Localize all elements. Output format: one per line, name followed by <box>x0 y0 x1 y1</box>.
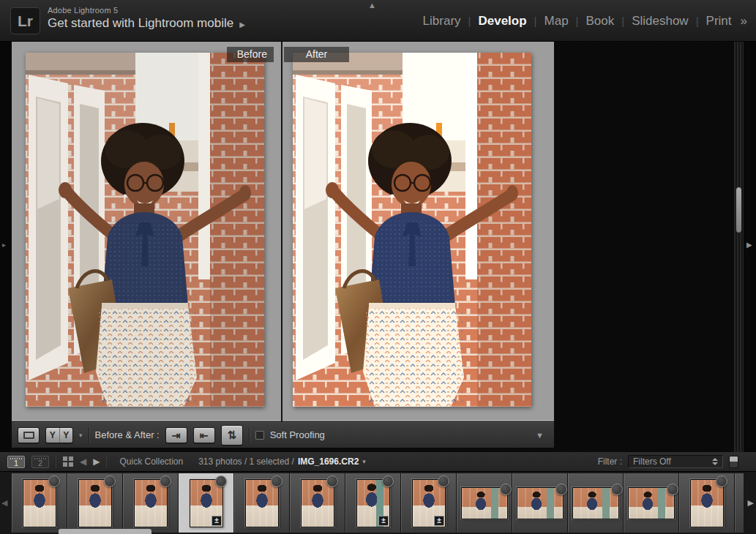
filmstrip-thumbnail[interactable] <box>23 479 56 527</box>
loupe-icon <box>23 432 34 439</box>
filmstrip-thumbnail[interactable] <box>461 487 508 519</box>
filmstrip-cell[interactable] <box>123 473 179 533</box>
left-panel-expand-icon[interactable]: ▸ <box>2 241 6 249</box>
filmstrip-cell[interactable] <box>624 473 679 533</box>
module-develop[interactable]: Develop <box>471 14 534 29</box>
filmstrip-cell[interactable] <box>67 473 123 533</box>
adjustment-badge: ± <box>212 516 222 526</box>
grid-view-icon[interactable] <box>63 456 73 467</box>
lightroom-logo: Lr <box>10 7 40 34</box>
adjustment-badge: ± <box>378 516 389 526</box>
more-modules-icon[interactable]: » <box>739 14 747 29</box>
go-back-icon[interactable]: ◀ <box>80 456 86 467</box>
filter-spinner-icon <box>712 458 718 465</box>
go-forward-icon[interactable]: ▶ <box>93 456 100 467</box>
filmstrip-thumbnail[interactable]: ± <box>412 479 446 527</box>
toolbar-separator <box>249 428 250 443</box>
lightroom-app: Lr Adobe Lightroom 5 Get started with Li… <box>0 0 756 534</box>
filmstrip-thumbnail[interactable]: ± <box>190 479 223 527</box>
filmstrip-cell[interactable]: ± <box>345 473 401 533</box>
quick-collection-badge[interactable] <box>48 475 60 487</box>
module-book[interactable]: Book <box>579 14 622 29</box>
title-bar: Lr Adobe Lightroom 5 Get started with Li… <box>0 0 756 42</box>
filmstrip-thumbnail[interactable] <box>78 479 112 527</box>
filmstrip-source-menu[interactable]: 313 photos / 1 selected / IMG_1696.CR2 ▾ <box>198 456 366 467</box>
soft-proofing-checkbox[interactable] <box>255 431 264 440</box>
source-dropdown-icon: ▾ <box>362 458 366 465</box>
filmstrip-scroll-right-icon[interactable]: ▶ <box>748 498 754 508</box>
quick-collection-badge[interactable] <box>215 475 227 487</box>
app-name: Adobe Lightroom 5 <box>48 6 245 15</box>
quick-collection-badge[interactable] <box>716 475 727 487</box>
filmstrip-scrollbar[interactable] <box>59 529 151 534</box>
filmstrip-thumbnail[interactable] <box>690 479 724 527</box>
before-after-view-button[interactable]: Y Y <box>45 427 73 443</box>
identity-plate[interactable]: Adobe Lightroom 5 Get started with Light… <box>48 6 245 31</box>
copy-before-to-after-button[interactable]: ⇥ <box>165 427 187 443</box>
promo-text[interactable]: Get started with Lightroom mobile▶ <box>48 16 245 31</box>
yy-right: Y <box>60 428 73 443</box>
filmstrip-cell[interactable] <box>568 473 624 533</box>
filmstrip-cell[interactable] <box>234 473 290 533</box>
quick-collection-badge[interactable] <box>271 475 282 487</box>
loupe-view-button[interactable] <box>18 427 40 443</box>
filmstrip-cell[interactable]: ± <box>735 473 744 533</box>
filter-lock-toggle[interactable] <box>729 456 738 468</box>
soft-proofing-label: Soft Proofing <box>270 429 325 440</box>
filmstrip-thumbnail[interactable] <box>134 479 168 527</box>
toolbar-overflow-icon[interactable]: ▼ <box>536 431 548 440</box>
filmstrip-cell[interactable] <box>290 473 345 533</box>
after-photo[interactable] <box>293 53 531 407</box>
module-library[interactable]: Library <box>416 14 468 29</box>
filmstrip-scroll-left-icon[interactable]: ◀ <box>1 498 7 508</box>
before-after-divider <box>281 42 282 421</box>
primary-window-button[interactable]: 1 <box>7 456 25 468</box>
filmstrip-cell[interactable] <box>457 473 512 533</box>
filmstrip-cell[interactable] <box>12 473 67 533</box>
filmstrip: ◀ ▶ ±±±± <box>0 472 756 534</box>
before-photo[interactable] <box>26 53 264 407</box>
filter-dropdown[interactable]: Filters Off <box>628 455 723 468</box>
filmstrip-thumbnail[interactable] <box>572 487 619 519</box>
filmstrip-thumbnail[interactable] <box>628 487 675 519</box>
quick-collection-badge[interactable] <box>438 475 449 487</box>
module-print[interactable]: Print <box>699 14 739 29</box>
quick-collection-badge[interactable] <box>160 475 171 487</box>
copy-after-to-before-button[interactable]: ⇤ <box>193 427 215 443</box>
quick-collection-label: Quick Collection <box>119 456 183 467</box>
filmstrip-cell[interactable] <box>512 473 568 533</box>
quick-collection-badge[interactable] <box>326 475 338 487</box>
panel-scrollbar-track[interactable] <box>734 42 744 452</box>
filmstrip-cell[interactable]: ± <box>401 473 457 533</box>
module-slideshow[interactable]: Slideshow <box>624 14 696 29</box>
quick-collection-badge[interactable] <box>667 484 678 495</box>
quick-collection-badge[interactable] <box>555 484 567 495</box>
left-panel-rail[interactable]: ▸ <box>0 42 10 452</box>
right-panel: Histogram ▼ <box>558 42 733 452</box>
view-mode-dropdown-icon[interactable]: ▾ <box>79 432 83 439</box>
bar-separator <box>56 456 56 467</box>
filmstrip-thumbnail[interactable]: ± <box>356 479 390 527</box>
filmstrip-thumbnail[interactable] <box>301 479 334 527</box>
main-region: ▸ Before After Y Y ▾ <box>0 42 756 452</box>
filmstrip-cell[interactable] <box>679 473 735 533</box>
before-after-label: Before & After : <box>95 429 160 440</box>
module-map[interactable]: Map <box>537 14 576 29</box>
right-panel-collapse-icon[interactable]: ▶ <box>746 241 752 249</box>
filmstrip-cell[interactable]: ± <box>179 473 234 533</box>
quick-collection-badge[interactable] <box>611 484 623 495</box>
quick-collection-badge[interactable] <box>382 475 394 487</box>
viewer-area: Before After Y Y ▾ Before & After : ⇥ ⇤ … <box>12 42 554 448</box>
panel-scrollbar-thumb[interactable] <box>736 187 742 233</box>
photo-count-status: 313 photos / 1 selected / <box>198 456 294 467</box>
right-panel-rail[interactable]: ▶ <box>744 42 756 452</box>
quick-collection-badge[interactable] <box>104 475 116 487</box>
filter-label: Filter : <box>598 456 622 467</box>
bar-separator <box>106 456 107 467</box>
filmstrip-thumbnail[interactable] <box>245 479 279 527</box>
filmstrip-thumbnail[interactable] <box>517 487 564 519</box>
top-panel-collapse-icon[interactable]: ▲ <box>368 1 376 9</box>
quick-collection-badge[interactable] <box>500 484 512 495</box>
swap-before-after-button[interactable]: ⇅ <box>221 425 243 445</box>
secondary-window-button[interactable]: 2 <box>31 456 49 468</box>
